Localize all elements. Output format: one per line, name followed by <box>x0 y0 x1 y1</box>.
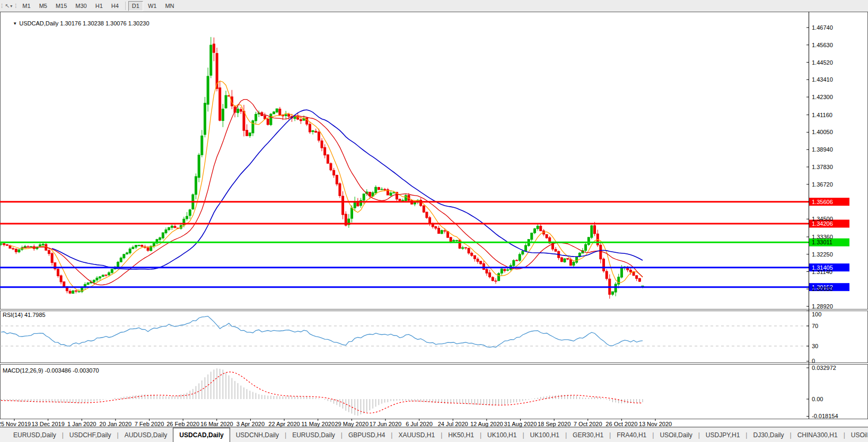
timeframe-button-m5[interactable]: M5 <box>36 1 51 11</box>
chart-tab-uk100-h1[interactable]: UK100,H1 <box>481 428 522 442</box>
macd-signal-line <box>1 372 643 413</box>
svg-text:16 Mar 2020: 16 Mar 2020 <box>200 421 233 427</box>
svg-text:6 Jul 2020: 6 Jul 2020 <box>406 421 433 427</box>
chart-tab-bar: EURUSD,Daily|USDCHF,Daily|AUDUSD,DailyUS… <box>0 427 868 442</box>
timeframe-toolbar: ⁞ ↖ ▾ ⁞ M1M5M15M30H1H4D1W1MN <box>0 0 868 12</box>
chart-tab-usdcnh-daily[interactable]: USDCNH,Daily <box>230 428 285 442</box>
svg-text:1.33360: 1.33360 <box>812 234 833 240</box>
svg-text:24 Jul 2020: 24 Jul 2020 <box>438 421 468 427</box>
svg-text:0.00: 0.00 <box>812 396 823 402</box>
svg-text:1.38940: 1.38940 <box>812 146 833 153</box>
chart-title: ▼USDCAD,Daily 1.30176 1.30238 1.30076 1.… <box>3 14 150 33</box>
pane-frames <box>0 12 868 427</box>
chart-symbol-label: USDCAD,Daily <box>19 20 58 26</box>
svg-text:1.41160: 1.41160 <box>812 112 832 118</box>
svg-text:12 Aug 2020: 12 Aug 2020 <box>470 421 503 427</box>
svg-text:0.032972: 0.032972 <box>812 365 836 371</box>
svg-text:1 Jan 2020: 1 Jan 2020 <box>67 421 96 427</box>
svg-text:7 Feb 2020: 7 Feb 2020 <box>135 421 164 427</box>
svg-text:25 Nov 2019: 25 Nov 2019 <box>0 421 31 427</box>
svg-text:7 Oct 2020: 7 Oct 2020 <box>574 421 602 427</box>
mt4-window: ⁞ ↖ ▾ ⁞ M1M5M15M30H1H4D1W1MN 1.356061.34… <box>0 0 868 442</box>
timeframe-button-h4[interactable]: H4 <box>108 1 122 11</box>
chart-tab-gbpusd-h4[interactable]: GBPUSD,H4 <box>343 428 391 442</box>
svg-text:1.30030: 1.30030 <box>812 286 833 292</box>
title-marker-icon[interactable]: ▼ <box>13 21 17 26</box>
svg-text:1.28920: 1.28920 <box>812 303 833 310</box>
svg-text:100: 100 <box>812 311 821 317</box>
toolbar-grip-2: ⁞ <box>15 3 16 9</box>
svg-text:29 May 2020: 29 May 2020 <box>335 421 369 427</box>
svg-text:1.34500: 1.34500 <box>812 216 833 222</box>
chart-canvas[interactable]: 1.356061.342061.330111.314051.301521.467… <box>0 12 868 427</box>
chart-tab-eurusd-daily[interactable]: EURUSD,Daily <box>7 428 62 442</box>
svg-text:1.46740: 1.46740 <box>812 24 833 31</box>
svg-text:30: 30 <box>812 343 818 349</box>
chart-tab-usoil-h1[interactable]: USOil,H1 <box>845 428 868 442</box>
chart-window[interactable]: 1.356061.342061.330111.314051.301521.467… <box>0 12 868 427</box>
macd-indicator-label: MACD(12,26,9) -0.003486 -0.003070 <box>3 367 99 374</box>
svg-text:26 Oct 2020: 26 Oct 2020 <box>606 421 637 427</box>
svg-text:1.40050: 1.40050 <box>812 129 833 135</box>
chart-tab-hk50-h1[interactable]: HK50,H1 <box>442 428 480 442</box>
svg-text:1.35606: 1.35606 <box>812 199 833 205</box>
timeframe-button-m1[interactable]: M1 <box>19 1 34 11</box>
svg-text:11 May 2020: 11 May 2020 <box>301 421 335 427</box>
svg-text:1.45630: 1.45630 <box>812 42 833 48</box>
timeframe-button-d1[interactable]: D1 <box>128 1 143 11</box>
timeframe-button-m15[interactable]: M15 <box>52 1 71 11</box>
rsi-pane: 10070300 <box>0 311 821 365</box>
svg-text:1.42300: 1.42300 <box>812 94 833 100</box>
chart-tab-audusd-daily[interactable]: AUDUSD,Daily <box>119 428 173 442</box>
timeframe-button-mn[interactable]: MN <box>161 1 178 11</box>
ma-line-fast <box>10 81 643 291</box>
rsi-line <box>1 316 643 348</box>
ma-line-mid <box>22 100 643 285</box>
chart-tab-usdjpy-h1[interactable]: USDJPY,H1 <box>700 428 746 442</box>
svg-text:1.32250: 1.32250 <box>812 251 833 258</box>
toolbar-grip[interactable]: ⁞ <box>1 3 2 9</box>
svg-text:-0.018154: -0.018154 <box>812 413 838 419</box>
timeframe-button-w1[interactable]: W1 <box>144 1 161 11</box>
svg-text:31 Aug 2020: 31 Aug 2020 <box>504 421 537 427</box>
svg-text:1.33011: 1.33011 <box>812 239 832 245</box>
chart-tab-uk100-h1[interactable]: UK100,H1 <box>524 428 565 442</box>
svg-text:13 Nov 2020: 13 Nov 2020 <box>639 421 672 427</box>
date-axis: 25 Nov 201913 Dec 20191 Jan 202020 Jan 2… <box>0 419 672 427</box>
timeframe-button-h1[interactable]: H1 <box>92 1 107 11</box>
chart-tab-china300-h1[interactable]: CHINA300,H1 <box>792 428 844 442</box>
svg-text:20 Jan 2020: 20 Jan 2020 <box>100 421 132 427</box>
pointer-icon[interactable]: ↖ <box>5 3 10 10</box>
svg-text:26 Feb 2020: 26 Feb 2020 <box>166 421 199 427</box>
chart-tab-xauusd-h1[interactable]: XAUUSD,H1 <box>392 428 441 442</box>
svg-text:1.36720: 1.36720 <box>812 181 833 188</box>
svg-text:1.43410: 1.43410 <box>812 76 833 83</box>
chart-ohlc-values: 1.30176 1.30238 1.30076 1.30230 <box>60 20 149 26</box>
svg-text:3 Apr 2020: 3 Apr 2020 <box>236 421 265 427</box>
svg-text:1.37830: 1.37830 <box>812 164 833 170</box>
chart-tab-fra40-h1[interactable]: FRA40,H1 <box>611 428 652 442</box>
chart-tab-ger30-h1[interactable]: GER30,H1 <box>567 428 609 442</box>
macd-pane: 0.0329720.00-0.018154 <box>1 365 838 419</box>
chart-tab-usdchf-daily[interactable]: USDCHF,Daily <box>64 428 117 442</box>
svg-text:70: 70 <box>812 323 818 329</box>
chevron-down-icon[interactable]: ▾ <box>10 4 12 8</box>
ma-lines-layer <box>10 81 643 291</box>
timeframe-button-m30[interactable]: M30 <box>72 1 90 11</box>
svg-text:1.44520: 1.44520 <box>812 59 833 66</box>
ma-line-slow <box>52 110 643 269</box>
candles-layer <box>0 37 644 299</box>
svg-text:1.31140: 1.31140 <box>812 269 832 275</box>
rsi-indicator-label: RSI(14) 41.7985 <box>3 312 46 318</box>
chart-tab-usoil-daily[interactable]: USOil,Daily <box>654 428 698 442</box>
svg-text:17 Jun 2020: 17 Jun 2020 <box>370 421 402 427</box>
chart-tab-usdcad-daily[interactable]: USDCAD,Daily <box>173 428 230 442</box>
svg-text:22 Apr 2020: 22 Apr 2020 <box>268 421 300 427</box>
svg-text:13 Dec 2019: 13 Dec 2019 <box>31 421 64 427</box>
chart-tab-dj30-daily[interactable]: DJ30,Daily <box>747 428 790 442</box>
svg-text:0: 0 <box>812 358 815 364</box>
chart-tab-eurusd-daily[interactable]: EURUSD,Daily <box>286 428 341 442</box>
svg-text:18 Sep 2020: 18 Sep 2020 <box>538 421 571 427</box>
